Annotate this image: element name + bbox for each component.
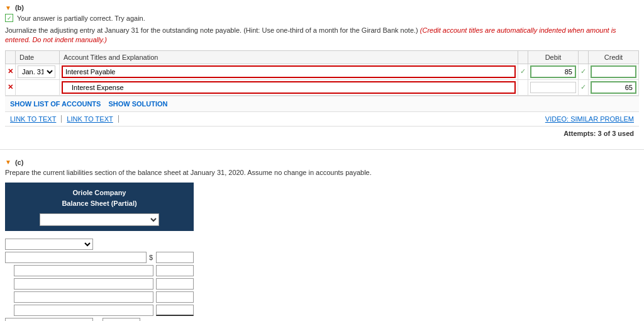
row2-account-cell[interactable]	[60, 79, 518, 95]
journal-row-2: ✕ ✓	[6, 79, 639, 95]
bs-amount-4[interactable]	[156, 291, 194, 303]
bs-total-select[interactable]	[5, 318, 93, 321]
section-divider	[0, 149, 644, 150]
bs-dollar-1: $	[149, 254, 153, 261]
bs-section-dropdown-row[interactable]	[10, 213, 189, 226]
row2-date-cell	[16, 79, 60, 95]
section-c-label: (c)	[15, 159, 23, 166]
show-list-button[interactable]: SHOW LIST OF ACCOUNTS	[10, 100, 101, 108]
bs-label-2[interactable]	[14, 265, 153, 276]
col-credit: Credit	[589, 50, 639, 64]
balance-sheet-header: Oriole Company Balance Sheet (Partial)	[5, 183, 194, 231]
row2-credit-cell[interactable]	[589, 79, 639, 95]
row2-debit-input[interactable]	[530, 82, 576, 93]
row2-mark-mid	[518, 79, 528, 95]
instruction-text: Journalize the adjusting entry at Januar…	[5, 26, 639, 45]
row1-date-select[interactable]: Jan. 31	[18, 65, 55, 78]
col-mark2	[518, 50, 528, 64]
row1-account-input[interactable]	[62, 65, 516, 78]
row1-debit-input[interactable]	[530, 65, 576, 78]
bs-label-4[interactable]	[14, 291, 153, 303]
row1-mark-right: ✓	[579, 64, 589, 79]
bs-amount-3[interactable]	[156, 278, 194, 290]
journal-table: Date Account Titles and Explanation Debi…	[5, 50, 639, 96]
bs-section-dropdown[interactable]	[40, 213, 159, 226]
link-to-text-2[interactable]: LINK TO TEXT	[67, 115, 118, 123]
row1-credit-cell[interactable]	[589, 64, 639, 79]
bs-subsection-row[interactable]	[5, 239, 194, 250]
section-c: ▼ (c) Prepare the current liabilities se…	[0, 155, 644, 321]
toolbar: SHOW LIST OF ACCOUNTS SHOW SOLUTION	[5, 96, 639, 112]
row1-account-cell[interactable]	[60, 64, 518, 79]
row2-debit-cell[interactable]	[528, 79, 579, 95]
section-b-label: (b)	[15, 4, 24, 11]
bs-row-2[interactable]	[14, 265, 194, 276]
row1-mark-left: ✕	[6, 64, 16, 79]
bs-label-3[interactable]	[14, 278, 153, 290]
row1-mark-mid: ✓	[518, 64, 528, 79]
col-date: Date	[16, 50, 60, 64]
row2-mark-right: ✓	[579, 79, 589, 95]
row2-account-input[interactable]	[62, 81, 516, 94]
bs-amount-5[interactable]	[156, 305, 194, 316]
row1-date-cell[interactable]: Jan. 31	[16, 64, 60, 79]
col-mark3	[579, 50, 589, 64]
col-account: Account Titles and Explanation	[60, 50, 518, 64]
section-c-instruction: Prepare the current liabilities section …	[5, 169, 639, 176]
bs-company-name: Oriole Company Balance Sheet (Partial)	[10, 188, 189, 210]
link-to-text-1[interactable]: LINK TO TEXT	[10, 115, 62, 123]
bs-amount-1[interactable]	[156, 252, 194, 263]
links-row: LINK TO TEXT LINK TO TEXT VIDEO: SIMILAR…	[5, 112, 639, 127]
video-similar-problem-link[interactable]: VIDEO: SIMILAR PROBLEM	[545, 115, 634, 123]
col-mark	[6, 50, 16, 64]
section-c-arrow-icon: ▼	[5, 159, 11, 166]
bs-row-1[interactable]: $	[5, 252, 194, 263]
bs-row-5[interactable]	[14, 305, 194, 316]
attempts-text: Attempts: 3 of 3 used	[5, 127, 639, 140]
bs-form: $ $	[5, 239, 194, 321]
bs-total-amount[interactable]	[103, 318, 140, 321]
arrow-down-icon: ▼	[5, 4, 11, 11]
bs-row-3[interactable]	[14, 278, 194, 290]
section-c-header: ▼ (c)	[5, 159, 639, 166]
instruction-main: Journalize the adjusting entry at Januar…	[5, 26, 418, 34]
bs-amount-2[interactable]	[156, 265, 194, 276]
bs-label-5[interactable]	[14, 305, 153, 316]
bs-total-row[interactable]: $	[5, 318, 194, 321]
partial-correct-row: ✓ Your answer is partially correct. Try …	[5, 14, 639, 22]
section-b: ▼ (b) ✓ Your answer is partially correct…	[0, 0, 644, 144]
row1-credit-input[interactable]	[591, 65, 636, 78]
row1-debit-cell[interactable]	[528, 64, 579, 79]
col-debit: Debit	[528, 50, 579, 64]
partial-correct-text: Your answer is partially correct. Try ag…	[17, 14, 145, 22]
show-solution-button[interactable]: SHOW SOLUTION	[108, 100, 167, 108]
bs-label-1[interactable]	[5, 252, 147, 263]
journal-row-1: ✕ Jan. 31 ✓ ✓	[6, 64, 639, 79]
row2-credit-input[interactable]	[591, 81, 636, 94]
bs-subsection-select[interactable]	[5, 239, 93, 250]
bs-row-4[interactable]	[14, 291, 194, 303]
section-b-header: ▼ (b)	[5, 4, 639, 11]
check-icon: ✓	[5, 14, 13, 22]
row2-mark-left: ✕	[6, 79, 16, 95]
